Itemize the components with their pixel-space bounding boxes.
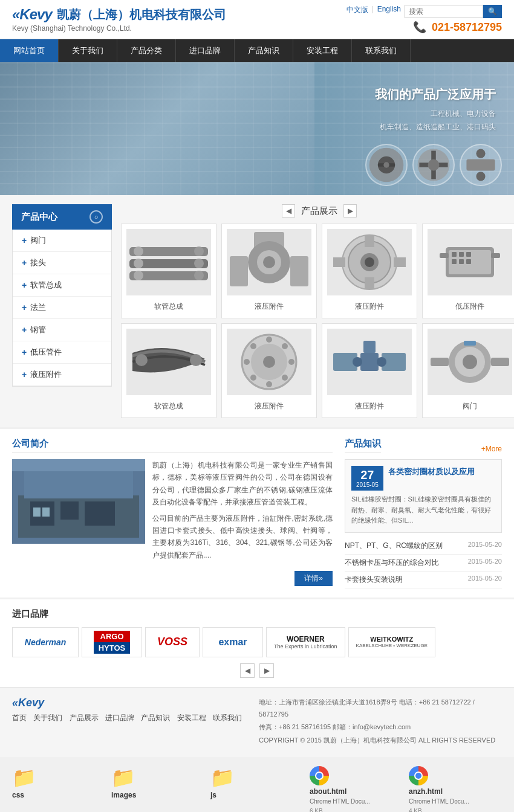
file-anzh-desc: Chrome HTML Docu...	[409, 798, 469, 806]
product-label-2: 液压附件	[227, 299, 311, 313]
footer-fax: 传真：+86 21 58716195 邮箱：info@kevytech.com	[259, 721, 502, 733]
svg-point-54	[282, 343, 288, 349]
plus-icon: +	[22, 370, 27, 379]
lang-en-link[interactable]: English	[377, 5, 401, 18]
product-label-8: 阀门	[428, 399, 512, 413]
sidebar-item-hose[interactable]: + 软管总成	[13, 274, 111, 297]
footer-link-contact[interactable]: 联系我们	[213, 714, 242, 722]
brand-woerner-label: WOERNER The Experts in Lubrication	[274, 635, 337, 649]
sidebar-item-low-pressure[interactable]: + 低压管件	[13, 341, 111, 364]
plus-icon: +	[22, 258, 27, 268]
footer-links: 首页 关于我们 产品展示 进口品牌 产品知识 安装工程 联系我们	[12, 713, 247, 723]
product-card-3[interactable]: 液压附件	[322, 224, 417, 318]
brand-argo-hytos[interactable]: ARGO HYTOS	[82, 627, 142, 657]
brands-prev-btn[interactable]: ◀	[240, 663, 255, 678]
footer-info: 地址：上海市青浦区徐泾镇北泽大道1618弄9号 电话：+86 21 587127…	[259, 697, 502, 748]
news-featured-title[interactable]: 各类密封圈材质以及应用	[388, 466, 495, 478]
footer-link-about[interactable]: 关于我们	[33, 714, 62, 722]
folder-images[interactable]: 📁 images	[111, 766, 204, 812]
nav-about[interactable]: 关于我们	[59, 39, 117, 62]
footer-link-knowledge[interactable]: 产品知识	[141, 714, 170, 722]
nav-home[interactable]: 网站首页	[0, 39, 59, 62]
footer-link-install[interactable]: 安装工程	[177, 714, 206, 722]
footer-link-home[interactable]: 首页	[12, 714, 27, 722]
footer-link-brands[interactable]: 进口品牌	[105, 714, 134, 722]
sidebar-label-connectors: 接头	[30, 257, 46, 268]
brands-section: 进口品牌 Nederman ARGO HYTOS VOSS exmar WOER…	[0, 599, 514, 687]
plus-icon: +	[22, 236, 27, 245]
folder-css[interactable]: 📁 css	[12, 766, 105, 812]
svg-point-50	[266, 381, 272, 387]
product-card-5[interactable]: 软管总成	[121, 323, 216, 418]
product-card-6[interactable]: 液压附件	[221, 323, 317, 418]
news-more-link[interactable]: +More	[481, 445, 502, 453]
news-list: NPT、PT、G、RC螺纹的区别 2015-05-20 不锈钢卡压与环压的综合对…	[345, 538, 502, 588]
svg-rect-38	[466, 252, 471, 257]
brand-exmar[interactable]: exmar	[203, 627, 263, 657]
product-img-3	[327, 229, 412, 295]
brand-woerner[interactable]: WOERNER The Experts in Lubrication	[266, 627, 345, 657]
svg-rect-39	[452, 259, 457, 264]
brand-argo-label: ARGO	[94, 631, 131, 642]
product-card-7[interactable]: 液压附件	[322, 323, 417, 418]
nav-knowledge[interactable]: 产品知识	[235, 39, 293, 62]
product-card-1[interactable]: 软管总成	[121, 224, 216, 318]
svg-rect-40	[459, 259, 464, 264]
search-button[interactable]: 🔍	[483, 5, 502, 18]
brand-weitkowitz[interactable]: WEITKOWITZ KABELSCHUHE • WERKZEUGE	[348, 627, 435, 657]
svg-point-61	[353, 357, 362, 367]
search-input[interactable]	[405, 5, 483, 18]
news-link-3[interactable]: 卡套接头安装说明	[345, 575, 465, 585]
phone-bar: 📞 021-58712795	[413, 21, 502, 34]
phone-icon: 📞	[413, 21, 426, 33]
file-about[interactable]: about.html Chrome HTML Docu... 6 KB	[310, 766, 403, 812]
svg-rect-67	[491, 358, 509, 366]
brands-next-btn[interactable]: ▶	[259, 663, 274, 678]
svg-rect-37	[459, 252, 464, 257]
footer-link-products[interactable]: 产品展示	[70, 714, 99, 722]
brand-nederman[interactable]: Nederman	[12, 627, 79, 657]
sidebar-item-valves[interactable]: + 阀门	[13, 230, 111, 252]
footer-logo-icon: «Kevy	[12, 697, 44, 709]
product-label-1: 软管总成	[126, 299, 211, 313]
content-row: 公司简介 凯蔚（上海）机电科技有限公司是一家专业生产销售国标，德标，美标等液压管…	[0, 429, 514, 598]
nav-installation[interactable]: 安装工程	[293, 39, 352, 62]
sidebar-item-hydraulic[interactable]: + 液压附件	[13, 364, 111, 386]
nav-brands[interactable]: 进口品牌	[176, 39, 235, 62]
nav-contact[interactable]: 联系我们	[352, 39, 411, 62]
header-right: 中文版 | English 🔍 📞 021-58712795	[346, 5, 502, 34]
svg-rect-33	[394, 257, 406, 267]
products-next-btn[interactable]: ▶	[343, 204, 357, 218]
file-about-desc: Chrome HTML Docu...	[310, 798, 370, 806]
file-anzh[interactable]: anzh.html Chrome HTML Docu... 4 KB	[409, 766, 502, 812]
hero-banner: 我们的产品广泛应用于 工程机械、电力设备 机车制造、造纸造船工业、港口码头	[0, 62, 514, 195]
sidebar-label-hydraulic: 液压附件	[30, 369, 62, 380]
svg-point-52	[288, 359, 294, 365]
news-link-2[interactable]: 不锈钢卡压与环压的综合对比	[345, 558, 465, 568]
detail-button[interactable]: 详情»	[294, 571, 333, 586]
company-name-cn: 凯蔚（上海）机电科技有限公司	[57, 7, 226, 23]
products-area: ◀ 产品展示 ▶	[121, 204, 514, 418]
sidebar-item-connectors[interactable]: + 接头	[13, 252, 111, 274]
nav-products[interactable]: 产品分类	[117, 39, 176, 62]
svg-point-18	[194, 259, 204, 268]
sidebar-item-flange[interactable]: + 法兰	[13, 297, 111, 319]
lang-cn-link[interactable]: 中文版	[346, 5, 368, 18]
company-photo	[12, 459, 145, 544]
brand-voss[interactable]: VOSS	[145, 627, 200, 657]
news-link-1[interactable]: NPT、PT、G、RC螺纹的区别	[345, 541, 465, 551]
company-text-1: 凯蔚（上海）机电科技有限公司是一家专业生产销售国标，德标，美标等液压管阀件的公司…	[152, 459, 333, 509]
chrome-icon	[310, 766, 329, 785]
sidebar-item-steel-pipe[interactable]: + 钢管	[13, 319, 111, 341]
product-img-8	[428, 329, 512, 395]
product-card-8[interactable]: 阀门	[422, 323, 514, 418]
footer-copyright: COPYRIGHT © 2015 凯蔚（上海）机电科技有限公司 ALL RIGH…	[259, 735, 502, 747]
sidebar-expand-icon[interactable]: ○	[89, 210, 103, 224]
products-prev-btn[interactable]: ◀	[282, 204, 295, 218]
product-card-2[interactable]: 液压附件	[221, 224, 317, 318]
product-card-4[interactable]: 低压附件	[422, 224, 514, 318]
folder-js[interactable]: 📁 js	[210, 766, 304, 812]
svg-rect-36	[452, 252, 457, 257]
svg-rect-68	[464, 341, 476, 346]
news-date-2: 2015-05-20	[468, 558, 502, 568]
